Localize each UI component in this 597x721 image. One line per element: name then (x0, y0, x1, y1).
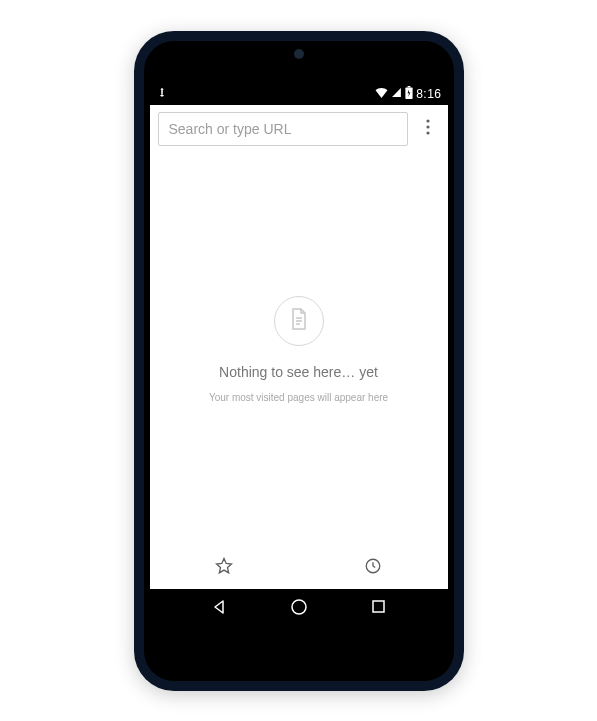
status-bar: 8:16 (150, 83, 448, 105)
back-triangle-icon (211, 599, 227, 619)
cell-signal-icon (391, 87, 402, 100)
svg-point-5 (426, 125, 429, 128)
svg-point-6 (426, 131, 429, 134)
history-tab[interactable] (299, 557, 448, 579)
phone-speaker (294, 49, 304, 59)
status-left (156, 87, 168, 101)
screen: 8:16 (150, 83, 448, 629)
star-icon (215, 557, 233, 579)
status-time: 8:16 (416, 87, 441, 101)
url-input[interactable] (169, 121, 397, 137)
url-bar[interactable] (158, 112, 408, 146)
empty-state-subtitle: Your most visited pages will appear here (209, 392, 388, 403)
battery-charging-icon (405, 86, 413, 101)
svg-point-11 (292, 600, 306, 614)
wifi-icon (375, 87, 388, 100)
home-circle-icon (290, 598, 308, 620)
document-icon (290, 308, 308, 334)
svg-point-0 (160, 88, 163, 91)
recents-square-icon (371, 599, 386, 618)
phone-inner: 8:16 (144, 41, 454, 681)
svg-rect-1 (161, 90, 163, 95)
overflow-menu-button[interactable] (416, 112, 440, 146)
android-nav-bar (150, 589, 448, 629)
clock-icon (364, 557, 382, 579)
browser-toolbar (150, 105, 448, 153)
home-button[interactable] (290, 598, 308, 620)
bottom-tab-bar (150, 547, 448, 589)
svg-point-4 (426, 119, 429, 122)
svg-rect-3 (408, 86, 411, 87)
status-right: 8:16 (375, 86, 441, 101)
ntp-content: Nothing to see here… yet Your most visit… (150, 153, 448, 547)
notification-icon (156, 87, 168, 101)
empty-state-icon-circle (274, 296, 324, 346)
back-button[interactable] (211, 599, 227, 619)
phone-frame: 8:16 (134, 31, 464, 691)
recents-button[interactable] (371, 599, 386, 618)
bookmarks-tab[interactable] (150, 557, 299, 579)
svg-rect-12 (373, 601, 384, 612)
more-vert-icon (426, 119, 430, 139)
empty-state-title: Nothing to see here… yet (219, 364, 378, 380)
